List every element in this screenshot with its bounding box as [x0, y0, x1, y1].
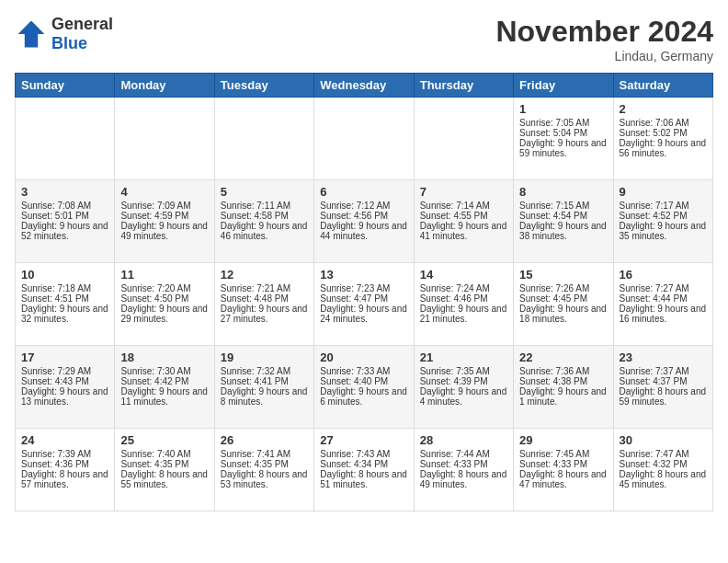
calendar-cell: 25Sunrise: 7:40 AMSunset: 4:35 PMDayligh… — [115, 429, 214, 511]
daylight-text: Daylight: 9 hours and 16 minutes. — [620, 304, 707, 324]
calendar-week-row: 1Sunrise: 7:05 AMSunset: 5:04 PMDaylight… — [16, 98, 713, 180]
calendar-cell: 16Sunrise: 7:27 AMSunset: 4:44 PMDayligh… — [613, 263, 712, 346]
sunrise-text: Sunrise: 7:37 AM — [620, 366, 689, 376]
location: Lindau, Germany — [495, 49, 713, 63]
sunset-text: Sunset: 4:33 PM — [519, 459, 587, 469]
calendar-table: SundayMondayTuesdayWednesdayThursdayFrid… — [15, 73, 713, 511]
day-number: 1 — [519, 102, 607, 116]
sunrise-text: Sunrise: 7:11 AM — [221, 201, 290, 211]
logo: General Blue — [15, 15, 113, 53]
sunset-text: Sunset: 4:54 PM — [519, 211, 587, 221]
daylight-text: Daylight: 9 hours and 38 minutes. — [519, 221, 607, 241]
calendar-cell: 7Sunrise: 7:14 AMSunset: 4:55 PMDaylight… — [414, 180, 513, 263]
day-number: 5 — [221, 185, 308, 199]
sunrise-text: Sunrise: 7:40 AM — [120, 449, 190, 459]
sunset-text: Sunset: 4:39 PM — [420, 376, 488, 386]
sunrise-text: Sunrise: 7:24 AM — [420, 283, 490, 293]
day-number: 13 — [320, 268, 407, 282]
calendar-week-row: 17Sunrise: 7:29 AMSunset: 4:43 PMDayligh… — [16, 346, 713, 429]
sunset-text: Sunset: 5:02 PM — [620, 128, 688, 138]
calendar-cell — [314, 98, 414, 180]
day-number: 12 — [221, 268, 308, 282]
calendar-cell: 20Sunrise: 7:33 AMSunset: 4:40 PMDayligh… — [314, 346, 414, 429]
day-number: 20 — [320, 350, 407, 364]
daylight-text: Daylight: 9 hours and 1 minute. — [519, 386, 607, 407]
calendar-week-row: 24Sunrise: 7:39 AMSunset: 4:36 PMDayligh… — [16, 429, 713, 511]
month-title: November 2024 — [495, 15, 713, 49]
weekday-header: Tuesday — [214, 74, 313, 98]
weekday-header: Friday — [514, 74, 613, 98]
sunrise-text: Sunrise: 7:33 AM — [320, 366, 390, 376]
daylight-text: Daylight: 9 hours and 18 minutes. — [519, 304, 607, 324]
sunrise-text: Sunrise: 7:29 AM — [21, 366, 91, 376]
weekday-header: Monday — [115, 74, 214, 98]
calendar-cell: 19Sunrise: 7:32 AMSunset: 4:41 PMDayligh… — [214, 346, 313, 429]
weekday-header: Saturday — [613, 74, 712, 98]
sunrise-text: Sunrise: 7:35 AM — [420, 366, 490, 376]
sunset-text: Sunset: 4:51 PM — [21, 293, 89, 304]
sunrise-text: Sunrise: 7:09 AM — [120, 201, 190, 211]
daylight-text: Daylight: 9 hours and 13 minutes. — [21, 386, 108, 407]
daylight-text: Daylight: 8 hours and 51 minutes. — [320, 469, 407, 489]
calendar-cell: 3Sunrise: 7:08 AMSunset: 5:01 PMDaylight… — [16, 180, 115, 263]
sunrise-text: Sunrise: 7:15 AM — [519, 201, 589, 211]
calendar-cell: 9Sunrise: 7:17 AMSunset: 4:52 PMDaylight… — [613, 180, 712, 263]
sunrise-text: Sunrise: 7:20 AM — [120, 283, 190, 293]
sunset-text: Sunset: 5:04 PM — [519, 128, 587, 138]
sunset-text: Sunset: 4:34 PM — [320, 459, 388, 469]
calendar-cell: 21Sunrise: 7:35 AMSunset: 4:39 PMDayligh… — [414, 346, 513, 429]
day-number: 17 — [21, 350, 108, 364]
day-number: 11 — [120, 268, 208, 282]
daylight-text: Daylight: 9 hours and 52 minutes. — [21, 221, 108, 241]
sunrise-text: Sunrise: 7:26 AM — [519, 283, 589, 293]
day-number: 14 — [420, 268, 507, 282]
sunset-text: Sunset: 4:59 PM — [120, 211, 188, 221]
calendar-week-row: 10Sunrise: 7:18 AMSunset: 4:51 PMDayligh… — [16, 263, 713, 346]
sunrise-text: Sunrise: 7:43 AM — [320, 449, 390, 459]
sunrise-text: Sunrise: 7:27 AM — [620, 283, 689, 293]
day-number: 8 — [519, 185, 607, 199]
day-number: 24 — [21, 433, 108, 447]
logo-general-text: General — [51, 15, 113, 34]
weekday-header: Wednesday — [314, 74, 414, 98]
daylight-text: Daylight: 9 hours and 29 minutes. — [120, 304, 208, 324]
day-number: 4 — [120, 185, 208, 199]
calendar-cell — [115, 98, 214, 180]
daylight-text: Daylight: 9 hours and 44 minutes. — [320, 221, 407, 241]
sunrise-text: Sunrise: 7:05 AM — [519, 118, 589, 128]
sunrise-text: Sunrise: 7:18 AM — [21, 283, 91, 293]
daylight-text: Daylight: 9 hours and 35 minutes. — [620, 221, 707, 241]
daylight-text: Daylight: 9 hours and 41 minutes. — [420, 221, 507, 241]
sunrise-text: Sunrise: 7:21 AM — [221, 283, 290, 293]
sunset-text: Sunset: 4:48 PM — [221, 293, 289, 304]
day-number: 9 — [620, 185, 707, 199]
day-number: 6 — [320, 185, 407, 199]
calendar-cell: 6Sunrise: 7:12 AMSunset: 4:56 PMDaylight… — [314, 180, 414, 263]
sunset-text: Sunset: 5:01 PM — [21, 211, 89, 221]
header: General Blue November 2024 Lindau, Germa… — [15, 15, 713, 63]
weekday-header: Sunday — [16, 74, 115, 98]
sunrise-text: Sunrise: 7:08 AM — [21, 201, 91, 211]
day-number: 18 — [120, 350, 208, 364]
day-number: 7 — [420, 185, 507, 199]
calendar-cell: 5Sunrise: 7:11 AMSunset: 4:58 PMDaylight… — [214, 180, 313, 263]
sunset-text: Sunset: 4:38 PM — [519, 376, 587, 386]
day-number: 15 — [519, 268, 607, 282]
day-number: 26 — [221, 433, 308, 447]
daylight-text: Daylight: 9 hours and 59 minutes. — [519, 138, 607, 158]
sunset-text: Sunset: 4:43 PM — [21, 376, 89, 386]
calendar-cell: 2Sunrise: 7:06 AMSunset: 5:02 PMDaylight… — [613, 98, 712, 180]
daylight-text: Daylight: 9 hours and 56 minutes. — [620, 138, 707, 158]
sunrise-text: Sunrise: 7:39 AM — [21, 449, 91, 459]
weekday-header: Thursday — [414, 74, 513, 98]
daylight-text: Daylight: 8 hours and 53 minutes. — [221, 469, 308, 489]
logo-text: General Blue — [51, 15, 113, 53]
daylight-text: Daylight: 8 hours and 45 minutes. — [620, 469, 707, 489]
calendar-cell: 11Sunrise: 7:20 AMSunset: 4:50 PMDayligh… — [115, 263, 214, 346]
day-number: 19 — [221, 350, 308, 364]
calendar-cell: 24Sunrise: 7:39 AMSunset: 4:36 PMDayligh… — [16, 429, 115, 511]
sunrise-text: Sunrise: 7:41 AM — [221, 449, 290, 459]
calendar-cell: 14Sunrise: 7:24 AMSunset: 4:46 PMDayligh… — [414, 263, 513, 346]
daylight-text: Daylight: 9 hours and 6 minutes. — [320, 386, 407, 407]
day-number: 30 — [620, 433, 707, 447]
